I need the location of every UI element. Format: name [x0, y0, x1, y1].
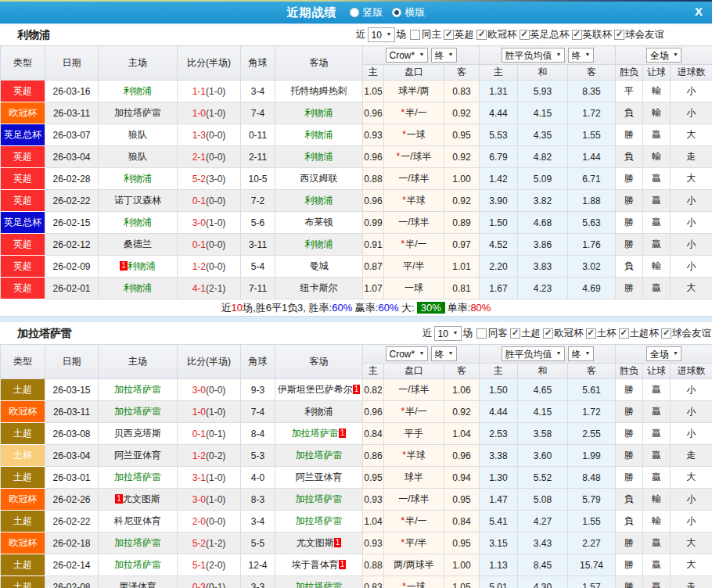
away-odds: 1.00 [444, 168, 480, 190]
handicap: 球半 [384, 467, 444, 489]
league-filter[interactable]: 土超 [508, 327, 541, 340]
col-result-goals: 进球数 [671, 65, 712, 81]
recent-count-select[interactable]: 10 [368, 27, 395, 42]
league-filter[interactable]: 英联杯 [570, 28, 613, 41]
halftime-score: (0-0) [206, 516, 225, 527]
league-filter[interactable]: 球会友谊 [659, 327, 711, 340]
league-filter-checkbox[interactable] [572, 30, 582, 40]
away-odds: 0.95 [444, 489, 480, 511]
summary-part: 近 [221, 301, 232, 315]
league-filter[interactable]: 英足总杯 [517, 28, 570, 41]
home-team-name: 利物浦 [128, 260, 156, 271]
corners: 5-4 [241, 256, 275, 278]
mean-away: 1.76 [568, 234, 616, 256]
mean-home: 3.90 [480, 190, 518, 212]
result-handicap: 贏 [643, 278, 671, 299]
league-filter-checkbox[interactable] [619, 328, 629, 339]
away-team-name: 利物浦 [305, 406, 333, 417]
away-team: 埃于普体育1 [275, 554, 363, 576]
league-filter-checkbox[interactable] [520, 30, 530, 40]
odds-group-header: Crow*终 [363, 345, 480, 364]
mean-home: 1.50 [480, 379, 518, 401]
match-date: 26-02-08 [45, 576, 99, 588]
result-wdl: 勝 [616, 379, 643, 401]
mean-away: 1.72 [568, 102, 616, 124]
mean-select[interactable]: 胜平负均值 [502, 48, 565, 63]
away-team: 加拉塔萨雷 [275, 576, 363, 588]
result-wdl: 勝 [616, 234, 643, 256]
league-badge: 土超 [1, 576, 45, 588]
league-filter-checkbox[interactable] [476, 30, 487, 40]
match-row: 欧冠杯26-02-18加拉塔萨雷5-2(1-2)5-5尤文图斯10.93*平/半… [1, 532, 712, 554]
result-wdl: 負 [616, 146, 643, 168]
result-handicap: 輸 [643, 489, 671, 511]
odds-final-select[interactable]: 终 [431, 48, 457, 63]
halftime-score: (1-0) [206, 108, 225, 119]
mean-final-select[interactable]: 终 [568, 48, 594, 63]
league-filter-checkbox[interactable] [661, 328, 671, 339]
league-filter[interactable]: 欧冠杯 [541, 327, 584, 340]
home-team: 加拉塔萨雷 [99, 379, 178, 401]
col-odds-home: 主 [363, 364, 384, 379]
vertical-layout-radio[interactable] [350, 8, 359, 17]
mean-group-header: 胜平负均值终 [480, 345, 616, 364]
red-card-badge: 1 [115, 494, 123, 504]
away-team-name: 利物浦 [305, 151, 333, 162]
odds-final-select[interactable]: 终 [431, 346, 457, 361]
halftime-score: (0-0) [206, 385, 225, 396]
league-filter[interactable]: 英超 [441, 28, 474, 41]
handicap: 一/球半 [384, 379, 444, 401]
same-venue-checkbox[interactable] [410, 30, 420, 40]
odds-company-select[interactable]: Crow* [386, 48, 428, 63]
close-icon[interactable]: X [695, 5, 703, 18]
league-filter-checkbox[interactable] [510, 328, 520, 339]
halftime-score: (1-0) [206, 472, 225, 483]
mean-draw: 4.27 [518, 511, 568, 532]
score: 2-1(0-0) [178, 146, 241, 168]
score: 4-1(2-1) [178, 278, 241, 299]
fullmatch-select[interactable]: 全场 [646, 48, 681, 63]
away-team: 利物浦 [275, 234, 363, 256]
matches-table: 类型 日期 主场 比分(半场) 角球 客场 Crow*终 胜平负均值终 全场 [0, 344, 712, 588]
league-filter-checkbox[interactable] [543, 328, 553, 339]
same-venue-filter[interactable]: 同主 [406, 28, 441, 41]
match-row: 英超26-03-04狼队2-1(0-0)2-11利物浦0.96*一/球半0.92… [1, 146, 712, 168]
home-team-name: 尤文图斯 [123, 493, 160, 504]
home-team: 里泽体育 [99, 576, 178, 588]
mean-draw: 3.60 [518, 445, 568, 467]
league-filter-checkbox[interactable] [586, 328, 596, 339]
league-filter[interactable]: 球会友谊 [612, 28, 664, 41]
score: 0-1(0-0) [178, 234, 241, 256]
result-goals: 走 [671, 445, 712, 467]
mean-select[interactable]: 胜平负均值 [502, 346, 565, 361]
horizontal-layout-label[interactable]: 横版 [405, 5, 426, 20]
league-filter-checkbox[interactable] [614, 30, 624, 40]
mean-final-select[interactable]: 终 [568, 346, 594, 361]
same-venue-checkbox[interactable] [476, 328, 487, 339]
fullmatch-select[interactable]: 全场 [646, 346, 681, 361]
league-filter[interactable]: 土杯 [584, 327, 617, 340]
mean-draw: 3.86 [518, 234, 568, 256]
away-team: 利物浦 [275, 190, 363, 212]
result-goals: 小 [671, 379, 712, 401]
recent-count-select[interactable]: 10 [434, 326, 462, 341]
same-venue-filter[interactable]: 同客 [473, 327, 508, 340]
horizontal-layout-radio[interactable] [392, 8, 401, 17]
league-filter-checkbox[interactable] [444, 30, 454, 40]
home-team-name: 加拉塔萨雷 [114, 471, 161, 482]
result-wdl: 負 [616, 102, 643, 124]
match-row: 土杯26-03-04阿兰亚体育1-2(0-2)5-3加拉塔萨雷0.86*半球0.… [1, 445, 712, 467]
home-odds: 0.95 [363, 467, 384, 489]
league-filter[interactable]: 土超杯 [617, 327, 660, 340]
league-filter[interactable]: 欧冠杯 [474, 28, 517, 41]
result-handicap: 贏 [643, 401, 671, 423]
odds-company-select[interactable]: Crow* [386, 346, 428, 361]
halftime-score: (0-0) [206, 195, 225, 206]
mean-away: 5.63 [568, 212, 616, 234]
fulltime-score: 3-1 [192, 472, 206, 483]
away-team-name: 加拉塔萨雷 [296, 515, 343, 526]
red-card-badge: 1 [339, 560, 347, 569]
vertical-layout-label[interactable]: 竖版 [363, 5, 383, 20]
mean-home: 1.31 [480, 81, 518, 102]
recent-label: 近 [356, 28, 366, 41]
